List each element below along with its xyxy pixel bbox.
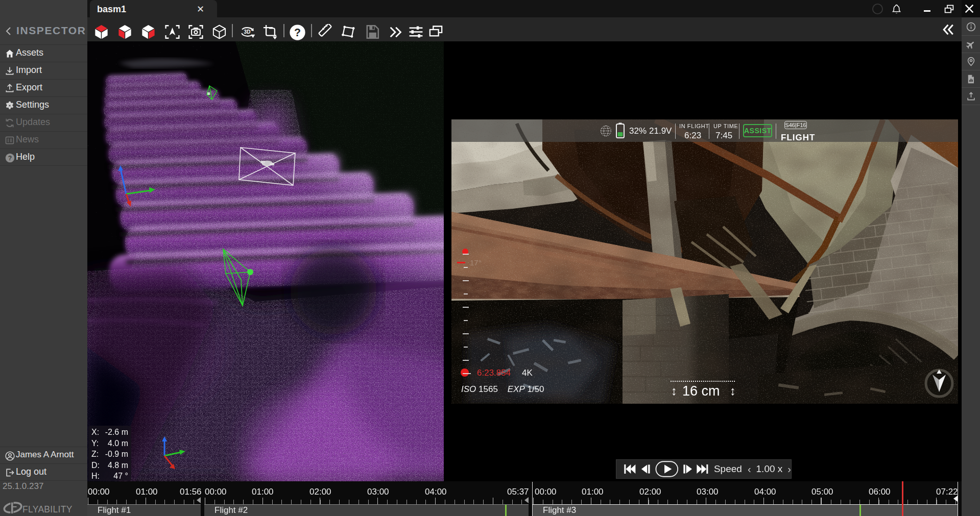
svg-text:?: ?: [294, 27, 301, 39]
svg-text:17°: 17°: [470, 258, 482, 267]
svg-text:3D: 3D: [244, 29, 251, 35]
svg-text:?: ?: [8, 155, 12, 162]
